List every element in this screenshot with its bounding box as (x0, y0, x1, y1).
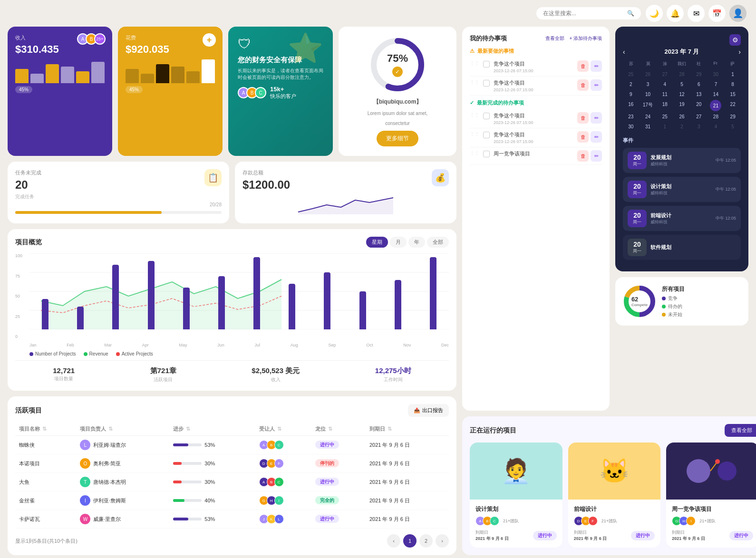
cal-25b[interactable]: 25 (657, 112, 673, 121)
cal-12[interactable]: 12 (674, 90, 690, 99)
cal-10[interactable]: 10 (640, 90, 656, 99)
next-page-button[interactable]: › (436, 534, 449, 548)
todo-edit-5[interactable]: ✏ (591, 150, 602, 162)
cal-17[interactable]: 17号 (640, 100, 656, 111)
tab-week[interactable]: 星期 (366, 237, 388, 248)
search-input[interactable] (543, 10, 623, 17)
todo-delete-2[interactable]: 🗑 (577, 79, 589, 91)
cal-9[interactable]: 9 (623, 90, 639, 99)
add-expense-button[interactable]: + (203, 33, 216, 47)
cal-5n[interactable]: 5 (725, 122, 741, 131)
col-manager[interactable]: 项目负责人 ⇅ (76, 423, 169, 436)
todo-checkbox-5[interactable] (483, 151, 490, 157)
todo-checkbox-3[interactable] (483, 113, 490, 119)
todo-delete-4[interactable]: 🗑 (577, 131, 589, 143)
col-status[interactable]: 龙位 ⇅ (311, 423, 366, 436)
todo-add-link[interactable]: + 添加待办事项 (569, 35, 602, 42)
col-due[interactable]: 到期日 ⇅ (366, 423, 449, 436)
cal-1n[interactable]: 1 (657, 122, 673, 131)
cal-29[interactable]: 29 (691, 70, 707, 79)
cal-today[interactable]: 21 (710, 100, 721, 111)
expense-amount: $920.035 (126, 43, 215, 56)
cal-7[interactable]: 7 (708, 80, 724, 89)
cal-16[interactable]: 16 (623, 100, 639, 111)
cal-2[interactable]: 2 (623, 80, 639, 89)
cal-30[interactable]: 30 (708, 70, 724, 79)
cal-13[interactable]: 13 (691, 90, 707, 99)
cal-20[interactable]: 20 (691, 100, 707, 111)
notification-button[interactable]: 🔔 (667, 5, 684, 22)
page-2-button[interactable]: 2 (419, 534, 433, 548)
col-name[interactable]: 项目名称 ⇅ (15, 423, 76, 436)
cal-27b[interactable]: 27 (691, 112, 707, 121)
savings-icon: 💰 (432, 169, 449, 186)
cal-30b[interactable]: 30 (623, 122, 639, 131)
tab-month[interactable]: 月 (390, 237, 407, 248)
todo-edit-1[interactable]: ✏ (591, 60, 602, 72)
cal-27[interactable]: 27 (657, 70, 673, 79)
todo-view-all-link[interactable]: 查看全部 (545, 35, 564, 42)
cal-14[interactable]: 14 (708, 90, 724, 99)
todo-delete-3[interactable]: 🗑 (577, 112, 589, 124)
user-avatar[interactable]: 👤 (729, 5, 746, 22)
cal-next-button[interactable]: › (738, 48, 741, 56)
export-button[interactable]: 📤 出口报告 (408, 404, 449, 417)
cal-29b[interactable]: 29 (725, 112, 741, 121)
todo-delete-1[interactable]: 🗑 (577, 60, 589, 72)
page-1-button[interactable]: 1 (403, 534, 417, 548)
cal-5[interactable]: 5 (674, 80, 690, 89)
legend-label-revenue: Revenue (89, 351, 108, 356)
cal-28[interactable]: 28 (674, 70, 690, 79)
event-day-4: 20 (630, 241, 644, 248)
calendar-settings-button[interactable]: ⚙ (729, 34, 741, 46)
tab-all[interactable]: 全部 (427, 237, 449, 248)
cal-24[interactable]: 24 (640, 112, 656, 121)
todo-edit-4[interactable]: ✏ (591, 131, 602, 143)
cal-prev-button[interactable]: ‹ (623, 48, 625, 56)
prev-page-button[interactable]: ‹ (387, 534, 400, 548)
todo-checkbox-4[interactable] (483, 132, 490, 138)
row3-name: 大鱼 (15, 473, 76, 491)
event-name-1: 发展规划 (650, 154, 712, 161)
cal-4[interactable]: 4 (657, 80, 673, 89)
chart-bars (29, 253, 449, 339)
table-row: 大鱼 T唐纳德·本杰明 30% A B C (15, 473, 449, 491)
cal-1[interactable]: 1 (725, 70, 741, 79)
cal-25[interactable]: 25 (623, 70, 639, 79)
todo-delete-5[interactable]: 🗑 (577, 150, 589, 162)
cal-4n[interactable]: 4 (708, 122, 724, 131)
cal-3[interactable]: 3 (640, 80, 656, 89)
todo-checkbox-1[interactable] (483, 61, 490, 67)
cal-2n[interactable]: 2 (674, 122, 690, 131)
todo-edit-3[interactable]: ✏ (591, 112, 602, 124)
cal-28b[interactable]: 28 (708, 112, 724, 121)
tab-year[interactable]: 年 (408, 237, 425, 248)
cal-26[interactable]: 26 (640, 70, 656, 79)
cal-11[interactable]: 11 (657, 90, 673, 99)
cal-23[interactable]: 23 (623, 112, 639, 121)
donut-legend: 竞争 待办的 未开始 (662, 295, 741, 318)
mail-button[interactable]: ✉ (688, 5, 705, 22)
cal-26b[interactable]: 26 (674, 112, 690, 121)
legend-dot-projects (29, 352, 33, 356)
cal-19[interactable]: 19 (674, 100, 690, 111)
cal-22[interactable]: 22 (725, 100, 741, 111)
cal-3n[interactable]: 3 (691, 122, 707, 131)
todo-checkbox-2[interactable] (483, 80, 490, 87)
cal-18[interactable]: 18 (657, 100, 673, 111)
col-assignee[interactable]: 受让人 ⇅ (255, 423, 311, 436)
calendar-button[interactable]: 📅 (708, 5, 726, 22)
dark-mode-button[interactable]: 🌙 (646, 5, 663, 22)
todo-item: ⋮⋮ 竞争这个项目 2023-12-26 07:15:00 🗑 ✏ (470, 109, 602, 128)
search-box[interactable]: 🔍 (536, 7, 641, 19)
cal-6[interactable]: 6 (691, 80, 707, 89)
col-progress[interactable]: 进步 ⇅ (169, 423, 255, 436)
stat-revenue: $2,50,523 美元 收入 (252, 366, 300, 383)
promo-avatars: A B C (238, 87, 266, 98)
circle-progress: 75% ✓ (369, 36, 426, 93)
cal-31[interactable]: 31 (640, 122, 656, 131)
cal-15[interactable]: 15 (725, 90, 741, 99)
todo-edit-2[interactable]: ✏ (591, 79, 602, 91)
more-details-button[interactable]: 更多细节 (377, 131, 418, 146)
cal-8[interactable]: 8 (725, 80, 741, 89)
